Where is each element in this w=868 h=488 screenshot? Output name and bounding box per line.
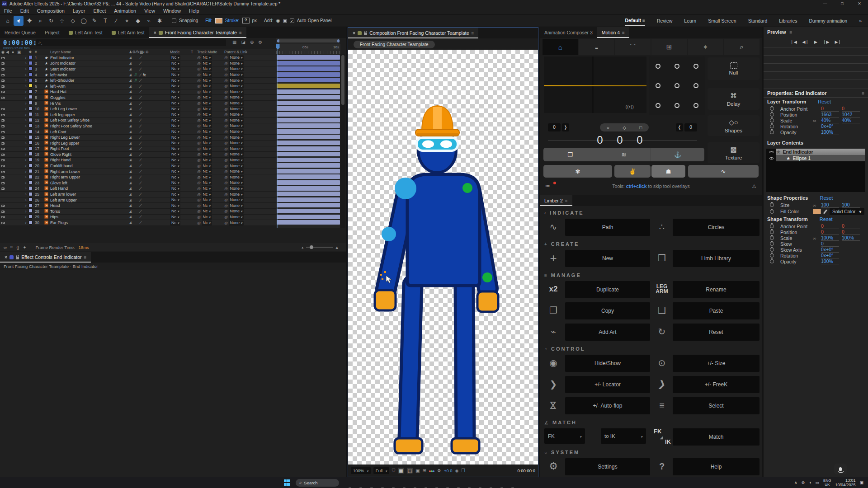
quality-icon[interactable]: [140, 181, 141, 185]
expressions-icon[interactable]: {}: [16, 245, 19, 250]
layer-twirl-icon[interactable]: ›: [23, 89, 28, 94]
parent-dropdown[interactable]: None: [229, 152, 244, 157]
quality-icon[interactable]: [140, 89, 141, 94]
layer-label-swatch[interactable]: [28, 95, 33, 99]
layer-duration-bar[interactable]: [277, 169, 340, 174]
track-matte-dropdown[interactable]: Nc: [202, 78, 212, 83]
layer-duration-bar[interactable]: [277, 66, 340, 71]
volume-icon[interactable]: ◖: [809, 480, 811, 485]
collapsed-panel-tab[interactable]: [764, 47, 868, 55]
stopwatch-icon[interactable]: [770, 253, 774, 258]
matte-pickwhip-icon[interactable]: [197, 186, 200, 191]
parent-dropdown[interactable]: None: [229, 141, 244, 145]
layer-name[interactable]: Right Leg Lower: [49, 135, 127, 140]
layer-label-swatch[interactable]: [28, 55, 33, 59]
layer-name[interactable]: Left leg upper: [49, 113, 127, 117]
matte-pickwhip-icon[interactable]: [197, 152, 200, 156]
dial-counter[interactable]: 0 0 0: [540, 134, 705, 146]
blend-mode-dropdown[interactable]: Nc: [170, 203, 180, 208]
composition-nav-pill[interactable]: Front Facing Character Teamplate: [354, 41, 435, 48]
parent-pickwhip-icon[interactable]: [224, 186, 227, 191]
anchor-point-grid[interactable]: [649, 56, 705, 115]
layer-label-swatch[interactable]: [28, 72, 33, 76]
layer-label-swatch[interactable]: [28, 118, 33, 122]
blend-mode-dropdown[interactable]: Nc: [170, 72, 180, 77]
property-value[interactable]: 0: [842, 223, 860, 229]
blend-mode-dropdown[interactable]: Nc: [170, 221, 180, 225]
layer-eye-icon[interactable]: [1, 176, 5, 178]
matte-pickwhip-icon[interactable]: [197, 78, 200, 83]
right-value-input[interactable]: 0: [684, 123, 697, 131]
blend-mode-dropdown[interactable]: Nc: [170, 84, 180, 89]
parent-dropdown[interactable]: None: [229, 164, 244, 169]
quality-icon[interactable]: [140, 209, 141, 214]
puppet-pin-tool-icon[interactable]: [155, 16, 165, 26]
blend-mode-dropdown[interactable]: Nc: [170, 101, 180, 106]
parent-dropdown[interactable]: None: [229, 61, 244, 66]
blend-mode-dropdown[interactable]: Nc: [170, 164, 180, 169]
limber-icon[interactable]: [653, 396, 671, 414]
layer-name[interactable]: Left Leg Lower: [49, 107, 127, 111]
property-value[interactable]: 40%: [842, 117, 860, 123]
limber-icon[interactable]: [653, 280, 671, 298]
microphone-button[interactable]: [834, 464, 847, 474]
quality-icon[interactable]: [140, 56, 141, 60]
layer-duration-bar[interactable]: [277, 78, 340, 82]
layer-name[interactable]: Right arm Upper: [49, 175, 127, 179]
parent-dropdown[interactable]: None: [229, 72, 244, 77]
blend-mode-dropdown[interactable]: Nc: [170, 158, 180, 163]
layer-label-swatch[interactable]: [28, 197, 33, 202]
magnification-dropdown[interactable]: 100%: [351, 467, 371, 474]
tab-project[interactable]: Project: [40, 27, 64, 38]
go-to-start-button[interactable]: ❘◀: [790, 40, 797, 44]
quality-icon[interactable]: [140, 158, 141, 162]
eraser-tool-icon[interactable]: [133, 16, 143, 26]
layer-name[interactable]: Torso: [49, 209, 127, 214]
track-matte-dropdown[interactable]: Nc: [202, 197, 212, 202]
layer-search-input[interactable]: ⌕˯: [36, 39, 226, 46]
quality-icon[interactable]: [140, 95, 141, 100]
limber-icon[interactable]: [543, 354, 563, 372]
shy-icon[interactable]: [129, 73, 132, 77]
workspace-small-screen[interactable]: Small Screen: [708, 16, 736, 25]
track-matte-dropdown[interactable]: Nc: [202, 215, 212, 220]
matte-pickwhip-icon[interactable]: [197, 107, 200, 111]
track-matte-dropdown[interactable]: Nc: [202, 123, 212, 128]
layer-name[interactable]: Ear Plugs: [49, 221, 127, 225]
parent-dropdown[interactable]: None: [229, 129, 244, 134]
layer-label-swatch[interactable]: [28, 66, 33, 70]
shy-icon[interactable]: [129, 84, 132, 89]
layer-twirl-icon[interactable]: ›: [23, 198, 28, 202]
hand-tool-icon[interactable]: [24, 16, 34, 26]
frame-blend-footer-icon[interactable]: ∞: [4, 245, 7, 250]
right-paren-button[interactable]: ❬: [676, 123, 683, 131]
matte-pickwhip-icon[interactable]: [197, 135, 200, 140]
layer-twirl-icon[interactable]: ›: [23, 186, 28, 191]
parent-pickwhip-icon[interactable]: [224, 135, 227, 140]
parent-pickwhip-icon[interactable]: [224, 152, 227, 156]
parent-dropdown[interactable]: None: [229, 112, 244, 117]
motion-search-icon[interactable]: [724, 39, 760, 55]
layer-label-swatch[interactable]: [28, 101, 33, 105]
taskbar-app-icon[interactable]: [476, 479, 485, 487]
layer-name[interactable]: Right Leg upper: [49, 141, 127, 145]
blend-mode-dropdown[interactable]: Nc: [170, 55, 180, 60]
layer-name[interactable]: Left arm upper: [49, 198, 127, 202]
shy-icon[interactable]: [129, 78, 132, 83]
layer-name[interactable]: Right arm Lower: [49, 169, 127, 174]
layer-duration-bar[interactable]: [277, 146, 340, 151]
matte-pickwhip-icon[interactable]: [197, 203, 200, 208]
quality-icon[interactable]: [140, 73, 141, 77]
layer-eye-icon[interactable]: [1, 205, 5, 207]
shy-icon[interactable]: [129, 221, 132, 225]
workspace-libraries[interactable]: Libraries: [779, 16, 797, 25]
orbit-tool-icon[interactable]: [46, 16, 56, 26]
layer-duration-bar[interactable]: [277, 112, 340, 117]
layer-twirl-icon[interactable]: ›: [23, 152, 28, 157]
reset-link[interactable]: Reset: [820, 216, 833, 222]
parent-pickwhip-icon[interactable]: [224, 118, 227, 122]
workspace-standard[interactable]: Standard: [748, 16, 768, 25]
layer-duration-bar[interactable]: [277, 203, 340, 207]
quality-icon[interactable]: [140, 141, 141, 145]
layer-eye-icon[interactable]: [1, 68, 5, 70]
